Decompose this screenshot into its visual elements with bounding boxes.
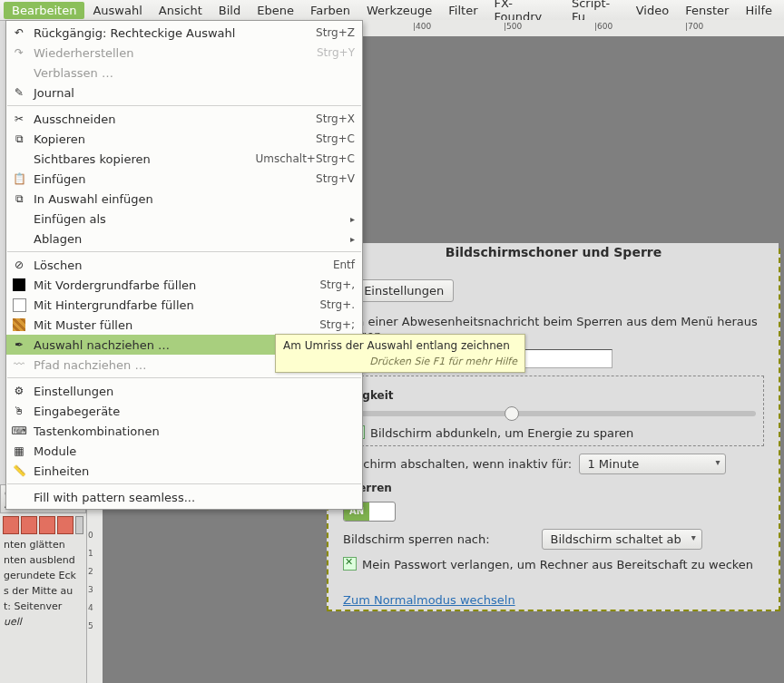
input-devices-icon: 🖱 (12, 404, 26, 418)
menu-copy[interactable]: ⧉KopierenStrg+C (6, 129, 362, 149)
brightness-label: lligkeit (351, 389, 756, 402)
menu-bild[interactable]: Bild (211, 2, 249, 19)
menu-copy-visible[interactable]: Sichtbares kopierenUmschalt+Strg+C (6, 149, 362, 169)
menu-shortcuts[interactable]: ⌨Tastenkombinationen (6, 421, 362, 441)
journal-icon: ✎ (12, 85, 26, 100)
modules-icon: ▦ (12, 444, 26, 458)
paste-icon: 📋 (12, 171, 26, 186)
menu-video[interactable]: Video (628, 2, 677, 19)
tooltip-hint: Drücken Sie F1 für mehr Hilfe (283, 356, 517, 367)
menu-bearbeiten[interactable]: Bearbeiten (4, 2, 84, 19)
menu-buffers[interactable]: Ablagen▸ (6, 229, 362, 249)
menu-fade: Verblassen … (6, 63, 362, 83)
off-timeout-combo[interactable]: 1 Minute (579, 454, 726, 474)
redo-icon: ↷ (12, 45, 26, 60)
copy-icon: ⧉ (12, 132, 26, 146)
menu-hilfe[interactable]: Hilfe (737, 2, 780, 19)
menu-preferences[interactable]: ⚙Einstellungen (6, 381, 362, 401)
settings-panel: Bildschirmschoner und Sperre e Einstellu… (327, 249, 780, 611)
stroke-selection-icon: ✒ (12, 337, 26, 352)
fill-pattern-icon (12, 317, 26, 332)
keyboard-icon: ⌨ (12, 424, 26, 438)
paste-into-icon: ⧉ (12, 191, 26, 206)
menu-ebene[interactable]: Ebene (249, 2, 302, 19)
delete-icon: ⊘ (12, 258, 26, 272)
menubar: Bearbeiten Auswahl Ansicht Bild Ebene Fa… (0, 0, 784, 21)
menu-fill-pattern[interactable]: Mit Muster füllenStrg+; (6, 315, 362, 335)
menu-paste-into[interactable]: ⧉In Auswahl einfügen (6, 189, 362, 209)
submenu-arrow-icon: ▸ (350, 234, 355, 244)
menu-undo[interactable]: ↶Rückgängig: Rechteckige AuswahlStrg+Z (6, 23, 362, 43)
menu-farben[interactable]: Farben (302, 2, 358, 19)
undo-icon: ↶ (12, 25, 26, 40)
lock-after-combo[interactable]: Bildschirm schaltet ab (542, 529, 701, 550)
mode-tool-4[interactable] (57, 516, 74, 534)
menu-input-devices[interactable]: 🖱Eingabegeräte (6, 401, 362, 421)
fill-fg-icon (12, 278, 26, 292)
menu-paste-as[interactable]: Einfügen als▸ (6, 209, 362, 229)
menu-werkzeuge[interactable]: Werkzeuge (358, 2, 440, 19)
tooltip-text: Am Umriss der Auswahl entlang zeichnen (283, 339, 517, 352)
brightness-group: lligkeit Bildschirm abdunkeln, um Energi… (343, 376, 764, 446)
stroke-path-icon: 〰 (12, 357, 26, 372)
mode-tool-2[interactable] (21, 516, 37, 534)
mode-tool-1[interactable] (3, 516, 19, 534)
lock-heading: Sperren (343, 482, 764, 494)
menu-units[interactable]: 📏Einheiten (6, 461, 362, 481)
menu-fenster[interactable]: Fenster (677, 2, 737, 19)
menu-modules[interactable]: ▦Module (6, 441, 362, 461)
normal-mode-link[interactable]: Zum Normalmodus wechseln (343, 593, 515, 607)
menu-redo: ↷WiederherstellenStrg+Y (6, 43, 362, 63)
tooltip: Am Umriss der Auswahl entlang zeichnen D… (275, 334, 525, 373)
settings-title: Bildschirmschoner und Sperre (328, 243, 779, 261)
mode-tool-3[interactable] (39, 516, 55, 534)
menu-paste[interactable]: 📋EinfügenStrg+V (6, 169, 362, 189)
edit-menu-dropdown: ↶Rückgängig: Rechteckige AuswahlStrg+Z ↷… (5, 20, 363, 510)
cut-icon: ✂ (12, 112, 26, 126)
preferences-icon: ⚙ (12, 384, 26, 398)
tool-options-dock: eckige Auswahl nten glätten nten ausblen… (0, 484, 87, 683)
menu-delete[interactable]: ⊘LöschenEntf (6, 255, 362, 275)
menu-journal[interactable]: ✎Journal (6, 83, 362, 102)
menu-ansicht[interactable]: Ansicht (151, 2, 211, 19)
menu-filter[interactable]: Filter (440, 2, 485, 19)
menu-fill-fg[interactable]: Mit Vordergrundfarbe füllenStrg+, (6, 275, 362, 295)
menu-fill-seamless[interactable]: Fill with pattern seamless... (6, 487, 362, 507)
dock-scrollbar[interactable] (75, 516, 83, 534)
pwd-checkbox[interactable] (343, 557, 357, 571)
units-icon: 📏 (12, 463, 26, 478)
menu-fill-bg[interactable]: Mit Hintergrundfarbe füllenStrg+. (6, 295, 362, 315)
fill-bg-icon (12, 298, 26, 312)
menu-cut[interactable]: ✂AusschneidenStrg+X (6, 109, 362, 129)
menu-auswahl[interactable]: Auswahl (84, 2, 150, 19)
submenu-arrow-icon: ▸ (350, 214, 355, 224)
brightness-slider[interactable] (351, 411, 756, 416)
